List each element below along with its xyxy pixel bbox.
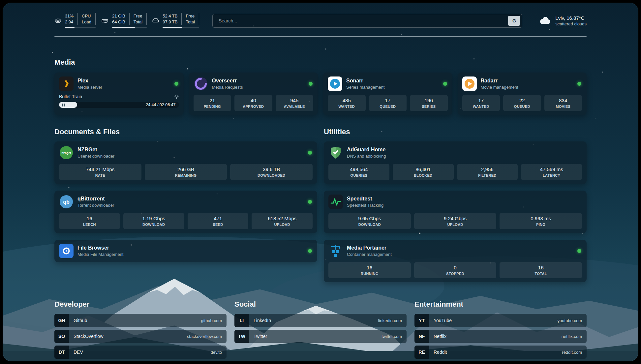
radarr-card[interactable]: Radarr Movie management 17 WANTED 22 QUE…	[458, 73, 587, 115]
qbittorrent-icon: qb	[59, 195, 74, 209]
bookmark-name: DEV	[74, 349, 83, 355]
bookmark-github[interactable]: GH Github github.com	[54, 314, 227, 327]
stat-box: 22 QUEUED	[503, 95, 541, 111]
bookmark-name: YouTube	[434, 318, 452, 323]
search-engine-button[interactable]: G	[508, 16, 520, 26]
section-media: Media Plex Media server	[54, 58, 587, 115]
pause-icon[interactable]	[62, 102, 66, 108]
speedtest-card[interactable]: Speedtest Speedtest Tracking 9.65 Gbps D…	[324, 191, 587, 233]
stat-label: DOWNLOAD	[125, 223, 183, 227]
stat-value: 9.65 Gbps	[330, 216, 410, 221]
stat-value: 16	[330, 265, 410, 270]
search-input[interactable]	[218, 18, 508, 24]
card-titles: NZBGet Usenet downloader	[77, 147, 114, 159]
stat-label: RUNNING	[330, 272, 410, 276]
section-title-documents: Documents & Files	[54, 128, 317, 136]
sonarr-icon	[328, 76, 342, 91]
status-dot	[309, 82, 313, 86]
card-header: nzbget NZBGet Usenet downloader	[59, 145, 313, 160]
card-header: qb qBittorrent Torrent downloader	[59, 195, 313, 209]
storage-widget: 52.4 TB 97.9 TB Free Total	[152, 13, 199, 28]
stat-label: QUEUED	[370, 105, 406, 108]
playback-progress-bar[interactable]: 24:44 / 02:06:47	[59, 102, 179, 108]
stat-box: 266 GB REMAINING	[145, 164, 227, 180]
bookmark-name: Github	[74, 318, 87, 323]
stat-value: 618.52 Mbps	[253, 216, 311, 221]
stat-box: 945 AVAILABLE	[276, 95, 314, 111]
cpu-values: 31% 2.94	[65, 13, 77, 25]
stat-label: QUEUED	[504, 105, 540, 108]
weather-widget[interactable]: Lviv, 16.87°C scattered clouds	[538, 15, 587, 26]
storage-labels: Free Total	[181, 13, 199, 25]
stat-value: 16	[60, 216, 119, 221]
bookmark-abbr: TW	[234, 330, 249, 343]
stat-box: 39.6 TB DOWNLOADED	[230, 164, 313, 180]
nzbget-card[interactable]: nzbget NZBGet Usenet downloader 744.21 M…	[54, 141, 317, 184]
bookmark-abbr: RE	[414, 346, 429, 359]
stat-box: 498,564 QUERIES	[328, 164, 389, 180]
stat-box: 40 APPROVED	[234, 95, 272, 111]
status-dot	[308, 151, 312, 155]
bookmark-reddit[interactable]: RE Reddit reddit.com	[414, 346, 587, 359]
app-subtitle: Speedtest Tracking	[347, 203, 383, 208]
overseerr-card[interactable]: Overseerr Media Requests 21 PENDING 40 A…	[189, 73, 318, 115]
qbittorrent-card[interactable]: qb qBittorrent Torrent downloader 16 LEE…	[54, 191, 317, 233]
adguard-icon	[328, 145, 343, 160]
stat-box: 834 MOVIES	[544, 95, 582, 111]
hard-drive-icon	[152, 17, 159, 24]
storage-progress-bar	[163, 27, 199, 28]
stat-value: 17	[464, 98, 499, 103]
plex-card[interactable]: Plex Media server Bullet Train	[54, 73, 184, 115]
stat-label: APPROVED	[236, 105, 271, 108]
stat-box: 0.993 ms PING	[500, 213, 582, 229]
bookmark-linkedin[interactable]: LI LinkedIn linkedin.com	[234, 314, 407, 327]
section-title-utilities: Utilities	[324, 128, 587, 136]
stat-label: PING	[501, 223, 581, 227]
bookmark-abbr: GH	[54, 314, 69, 327]
stat-label: QUERIES	[330, 173, 388, 177]
bookmark-url: twitter.com	[382, 334, 407, 339]
app-subtitle: Series management	[346, 85, 384, 90]
cpu-labels: CPU Load	[77, 13, 96, 25]
app-subtitle: Container management	[347, 252, 392, 257]
playback-time: 24:44 / 02:06:47	[146, 103, 175, 107]
weather-location: Lviv, 16.87°C	[555, 15, 587, 21]
memory-label-bottom: Total	[134, 19, 142, 24]
bookmark-url: stackoverflow.com	[187, 334, 227, 339]
filebrowser-card[interactable]: File Browser Media File Management	[54, 240, 317, 262]
app-subtitle: Media File Management	[77, 252, 123, 257]
stat-box: 86,401 BLOCKED	[393, 164, 454, 180]
section-utilities: Utilities AdGuard Home	[324, 128, 587, 282]
search-bar: G	[212, 14, 522, 28]
sonarr-card[interactable]: Sonarr Series management 485 WANTED 17 Q…	[323, 73, 452, 115]
bookmark-stackoverflow[interactable]: SO StackOverflow stackoverflow.com	[54, 330, 227, 343]
memory-total: 64 GiB	[112, 19, 125, 24]
gear-icon[interactable]	[174, 94, 179, 99]
card-titles: AdGuard Home DNS and adblocking	[347, 147, 386, 159]
stat-label: SERIES	[411, 105, 446, 108]
bookmark-dev[interactable]: DT DEV dev.to	[54, 346, 227, 359]
stat-box: 47.569 ms LATENCY	[521, 164, 582, 180]
card-titles: Speedtest Speedtest Tracking	[347, 196, 383, 208]
stat-box: 16 LEECH	[59, 213, 120, 229]
card-titles: Overseerr Media Requests	[212, 78, 243, 90]
card-header: Speedtest Speedtest Tracking	[328, 195, 582, 209]
bookmark-youtube[interactable]: YT YouTube youtube.com	[414, 314, 587, 327]
portainer-card[interactable]: Media Portainer Container management 16 …	[324, 240, 587, 282]
bookmark-abbr: SO	[54, 330, 69, 343]
app-name: Plex	[77, 78, 102, 84]
stat-box: 16 RUNNING	[328, 262, 411, 278]
bookmark-netflix[interactable]: NF Netflix netflix.com	[414, 330, 587, 343]
storage-label-top: Free	[186, 14, 195, 18]
adguard-card[interactable]: AdGuard Home DNS and adblocking 498,564 …	[324, 141, 587, 184]
bookmark-url: dev.to	[211, 350, 227, 355]
svg-text:nzbget: nzbget	[62, 151, 71, 155]
stat-value: 21	[195, 98, 230, 103]
app-name: qBittorrent	[77, 196, 114, 202]
bookmark-twitter[interactable]: TW Twitter twitter.com	[234, 330, 407, 343]
stat-value: 266 GB	[146, 167, 226, 172]
media-grid: Plex Media server Bullet Train	[54, 73, 587, 115]
stat-label: SEED	[189, 223, 247, 227]
card-header: Radarr Movie management	[462, 76, 582, 91]
stats-row: 16 LEECH 1.19 Gbps DOWNLOAD 471 SEED 6	[59, 213, 313, 229]
